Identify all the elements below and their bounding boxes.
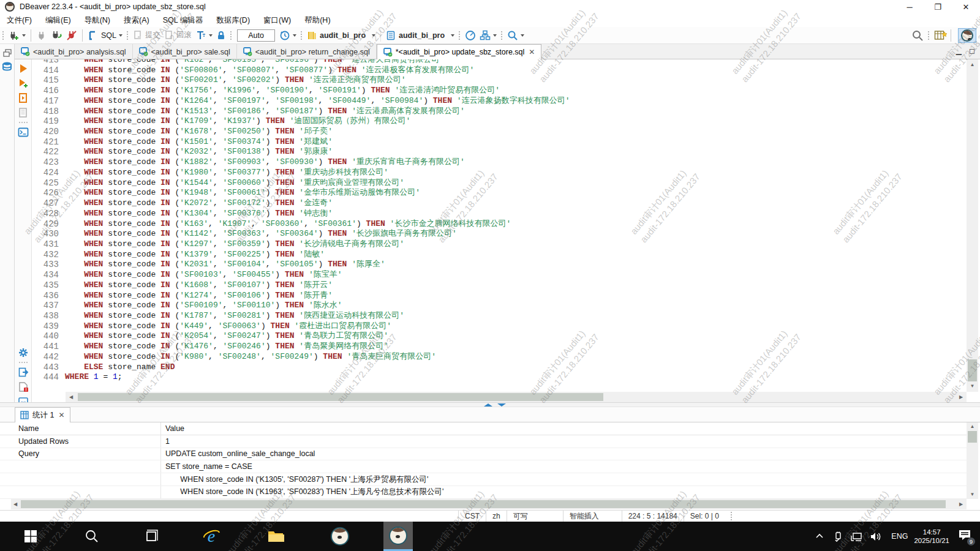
menu-item-3[interactable]: 搜索(A) [117, 15, 156, 26]
stats-row-0[interactable]: Updated Rows1 [0, 435, 967, 448]
restore-button[interactable]: ❐ [924, 0, 952, 13]
dbeaver-active-taskbar-button[interactable] [383, 522, 413, 551]
editor-vertical-scrollbar[interactable]: ▲ ▼ [967, 59, 978, 392]
panel-sash[interactable] [0, 402, 980, 407]
stats-row-3[interactable]: WHEN store_code IN ('K1305', 'SF00287') … [0, 473, 967, 486]
commit-mode-combo[interactable]: Auto [237, 29, 275, 42]
speaker-icon[interactable] [870, 531, 881, 542]
code-line-427: 427 WHEN store_code IN ('K2072', 'SF0017… [32, 198, 570, 209]
code-line-423: 423 WHEN store_code IN ('K1882', 'SF0090… [32, 157, 570, 168]
database-selector[interactable]: audit_bi_pro [386, 28, 454, 43]
table-star-icon[interactable] [934, 29, 948, 42]
stats-row-1[interactable]: QueryUPDATE custom_online_sale_change_lo… [0, 448, 967, 461]
settings-gear-icon[interactable] [18, 347, 29, 358]
sql-editor-button[interactable]: SQL [88, 28, 123, 43]
export-icon[interactable] [18, 367, 29, 378]
menu-item-4[interactable]: SQL 编辑器 [156, 15, 210, 26]
editor-tab-1[interactable]: <audit_bi_pro> sale.sql [133, 44, 237, 59]
editor-tab-0[interactable]: <audit_bi_pro> analysis.sql [15, 44, 133, 59]
code-line-413: 413 WHEN store_code IN ('K162', 'SF00195… [32, 59, 570, 66]
tab-close-icon[interactable]: ✕ [58, 411, 64, 419]
sql-editor[interactable]: 413 WHEN store_code IN ('K162', 'SF00195… [32, 59, 967, 392]
line-number: 422 [32, 147, 61, 157]
status-segment-0: CST [458, 511, 486, 522]
minimize-view-icon[interactable]: ▁ [956, 47, 962, 55]
scroll-right-icon[interactable]: ▶ [957, 392, 965, 402]
editor-horizontal-scrollbar[interactable]: ◀ ▶ [66, 392, 967, 402]
line-number: 440 [32, 331, 61, 342]
rollback-button[interactable]: 回滚 [164, 28, 192, 43]
results-horizontal-scrollbar[interactable]: ◀ ▶ [11, 499, 967, 509]
scroll-down-icon[interactable]: ▼ [967, 382, 978, 391]
network-icon[interactable] [851, 531, 862, 542]
menu-item-6[interactable]: 窗口(W) [257, 15, 298, 26]
scroll-down-icon[interactable]: ▼ [967, 490, 978, 499]
results-vertical-scrollbar[interactable]: ▲ ▼ [967, 422, 978, 499]
close-button[interactable]: ✕ [952, 0, 980, 13]
sash-restore-icon[interactable] [484, 403, 492, 407]
title-bar: DBeaver 22.3.4 - <audit_bi_pro> update_s… [0, 0, 980, 13]
validate-icon[interactable]: ! [18, 381, 29, 392]
tab-close-icon[interactable]: ✕ [529, 48, 535, 56]
clock[interactable]: 14:57 2025/10/21 [914, 528, 949, 545]
restore-view-icon[interactable] [3, 49, 12, 58]
stats-row-4[interactable]: WHEN store_code IN ('K1963', 'SF00283') … [0, 486, 967, 499]
console-icon[interactable] [18, 127, 29, 138]
minimize-button[interactable]: ─ [895, 0, 924, 13]
sash-minimize-icon[interactable] [497, 403, 506, 407]
file-explorer-button[interactable] [261, 522, 290, 551]
scroll-up-icon[interactable]: ▲ [967, 61, 978, 69]
editor-tab-3[interactable]: *<audit_bi_pro> update_sbz_store.sql✕ [377, 44, 542, 59]
explain-plan-disabled-icon[interactable] [18, 107, 29, 118]
menu-item-2[interactable]: 导航(N) [78, 15, 117, 26]
svg-text:!: ! [25, 388, 26, 392]
editor-tab-label: <audit_bi_pro> sale.sql [151, 48, 230, 56]
editor-tab-2[interactable]: <audit_bi_pro> return_change.sql [237, 44, 377, 59]
statistics-tab[interactable]: 统计 1 ✕ [15, 407, 70, 422]
scroll-left-icon[interactable]: ◀ [11, 499, 20, 509]
transaction-mode-button[interactable] [195, 28, 213, 43]
execute-new-tab-icon[interactable] [18, 78, 29, 89]
menu-item-5[interactable]: 数据库(D) [209, 15, 257, 26]
dbeaver-taskbar-button[interactable] [325, 522, 355, 551]
execute-script-icon[interactable] [18, 92, 29, 103]
start-button[interactable] [16, 522, 45, 551]
line-number: 417 [32, 96, 61, 107]
database-navigator-icon[interactable] [2, 61, 12, 72]
connection-selector[interactable]: audit_bi_pro [307, 28, 375, 43]
tray-chevron-icon[interactable] [815, 531, 824, 541]
reconnect-button[interactable] [51, 28, 62, 43]
taskbar-search-button[interactable] [77, 522, 107, 551]
explain-plan-button[interactable] [480, 28, 497, 43]
stats-row-2[interactable]: SET store_name = CASE [0, 460, 967, 473]
statistics-table[interactable]: NameValueUpdated Rows1QueryUPDATE custom… [0, 422, 967, 499]
performance-button[interactable] [465, 28, 476, 43]
kill-connection-button[interactable] [66, 28, 77, 43]
action-center-button[interactable]: 9 [958, 529, 971, 544]
column-header-value[interactable]: Value [160, 422, 184, 435]
gray-search-icon[interactable] [911, 29, 924, 42]
language-indicator[interactable]: ENG [891, 532, 908, 541]
menu-item-0[interactable]: 文件(F) [0, 15, 39, 26]
execute-statement-icon[interactable] [18, 63, 29, 74]
menu-item-7[interactable]: 帮助(H) [298, 15, 337, 26]
user-avatar[interactable] [958, 28, 976, 43]
code-line-438: 438 WHEN store_code IN ('K1787', 'SF0028… [32, 311, 570, 321]
usb-icon[interactable] [833, 531, 843, 542]
commit-button[interactable]: 提交 [133, 28, 160, 43]
ie-button[interactable]: e [197, 522, 226, 551]
lock-button[interactable] [216, 28, 226, 43]
code-line-420: 420 WHEN store_code IN ('K1678', 'SF0025… [32, 127, 570, 137]
task-view-button[interactable] [137, 522, 166, 551]
search-button[interactable] [507, 28, 524, 43]
column-header-name[interactable]: Name [0, 424, 160, 433]
scroll-left-icon[interactable]: ◀ [67, 392, 75, 402]
disconnect-button[interactable] [36, 28, 47, 43]
maximize-view-icon[interactable]: ◻ [969, 47, 975, 55]
scroll-up-icon[interactable]: ▲ [967, 422, 978, 431]
menu-item-1[interactable]: 编辑(E) [39, 15, 78, 26]
line-number: 443 [32, 362, 61, 373]
scroll-right-icon[interactable]: ▶ [957, 499, 965, 509]
transaction-log-button[interactable] [279, 28, 296, 43]
connect-button[interactable] [9, 28, 26, 43]
